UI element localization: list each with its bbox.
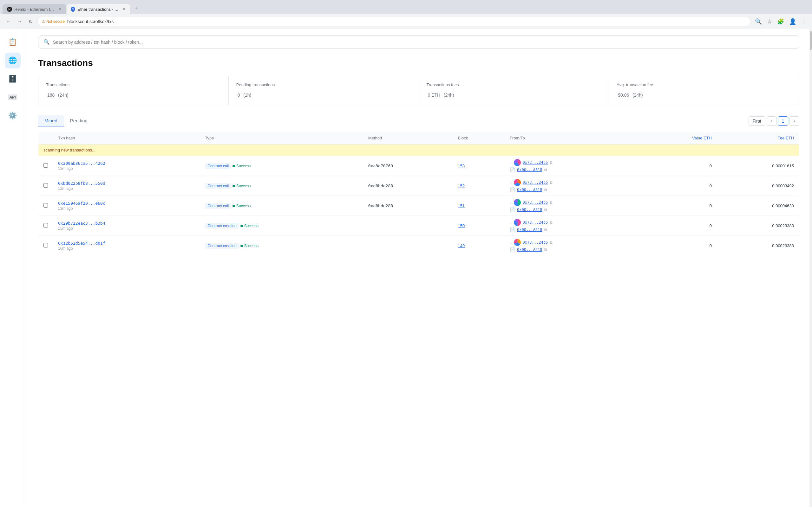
tx-hash-link-3[interactable]: 0x29b722eac3...b3b4 [58,221,105,226]
from-addr-link-4[interactable]: 0x73...24c6 [523,240,548,245]
tx-time-3: 15m ago [58,226,195,231]
to-copy-icon-1[interactable]: ⧉ [544,187,547,192]
tx-hash-link-1[interactable]: 0xbd022b8fb8...550d [58,181,105,186]
to-copy-icon-3[interactable]: ⧉ [544,228,547,232]
tab-pending[interactable]: Pending [64,115,94,126]
sidebar-item-api[interactable]: API [5,89,20,105]
row-type-cell: Contract call Success [200,156,363,176]
stat-fees: Transactions fees 0 ETH (24h) [419,76,609,105]
tab-remix[interactable]: R Remix - Ethereum IDE ✕ [3,4,66,14]
type-badge-3[interactable]: Contract creation [205,223,239,229]
from-avatar-2 [514,199,521,206]
block-link-0[interactable]: 153 [458,164,465,168]
tab-mined[interactable]: Mined [38,115,64,126]
url-bar[interactable]: ⚠ Not secure blockscout.scrollsdk/txs [37,17,751,26]
col-value-eth: Value ETH [641,132,717,145]
search-icon[interactable]: 🔍 [754,17,763,26]
to-addr-link-4[interactable]: 0x00...A318 [517,247,542,252]
tx-hash-link-4[interactable]: 0x12b52d5e54...d01f [58,241,105,245]
tab-blockscout-label: Ether transactions - Ether e... [78,7,119,12]
from-avatar-4 [514,239,521,246]
block-link-1[interactable]: 152 [458,183,465,188]
arrow-icon-4: ↓ [510,240,512,245]
type-badge-0[interactable]: Contract call [205,163,231,169]
to-addr-link-3[interactable]: 0x00...A318 [517,228,542,232]
tx-hash-link-2[interactable]: 0xe15946af20...e60c [58,201,105,206]
sidebar-item-database[interactable]: 🗄️ [5,71,20,87]
api-icon: API [8,95,17,100]
from-copy-icon-0[interactable]: ⧉ [550,160,553,165]
stat-fees-value: 0 ETH (24h) [426,90,601,99]
tab-blockscout[interactable]: M Ether transactions - Ether e... ✕ [67,4,130,14]
sidebar-item-document[interactable]: 📋 [5,34,20,50]
type-badge-1[interactable]: Contract call [205,183,231,189]
pagination: First ‹ 1 › [749,116,799,126]
scrollbar-thumb[interactable] [810,31,812,50]
row-type-cell: Contract creation Success [200,236,363,256]
to-row-3: 📄 0x00...A318 ⧉ [510,227,635,232]
doc-icon-0: 📄 [510,167,515,172]
to-row-4: 📄 0x00...A318 ⧉ [510,247,635,252]
row-checkbox-4[interactable] [44,243,48,247]
row-checkbox-2[interactable] [44,203,48,208]
from-addr-link-3[interactable]: 0x73...24c6 [523,220,548,225]
from-copy-icon-2[interactable]: ⧉ [550,200,553,205]
extensions-icon[interactable]: 🧩 [776,17,785,26]
tx-hash-link-0[interactable]: 0x209ab86ca5...4262 [58,161,105,166]
sidebar-item-settings[interactable]: ⚙️ [5,108,20,124]
stat-pending: Pending transactions 0 (1h) [229,76,419,105]
current-page-button[interactable]: 1 [778,116,789,126]
new-tab-button[interactable]: + [131,3,142,14]
block-link-2[interactable]: 151 [458,204,465,208]
row-checkbox-0[interactable] [44,163,48,168]
doc-icon-1: 📄 [510,187,515,192]
block-link-3[interactable]: 150 [458,223,465,228]
row-checkbox-cell [38,176,53,196]
table-row: 0xbd022b8fb8...550d 12m ago Contract cal… [38,176,799,196]
table-row: 0x209ab86ca5...4262 12m ago Contract cal… [38,156,799,176]
bookmark-icon[interactable]: ☆ [766,17,773,26]
sidebar-item-globe[interactable]: 🌐 [5,53,20,68]
from-addr-link-1[interactable]: 0x73...24c6 [523,180,548,185]
search-input[interactable] [53,40,794,45]
from-addr-link-2[interactable]: 0x73...24c6 [523,200,548,205]
type-badge-4[interactable]: Contract creation [205,243,239,249]
status-badge-0: Success [233,164,251,168]
tabs: Mined Pending [38,115,94,126]
doc-icon-4: 📄 [510,247,515,252]
to-copy-icon-4[interactable]: ⧉ [544,247,547,252]
from-row-2: ↓ 0x73...24c6 ⧉ [510,199,635,206]
prev-page-button[interactable]: ‹ [767,116,776,126]
from-copy-icon-1[interactable]: ⧉ [550,180,553,185]
col-from-to: From/To [505,132,641,145]
to-addr-link-0[interactable]: 0x00...A318 [517,168,542,172]
type-badge-2[interactable]: Contract call [205,203,231,209]
doc-icon-3: 📄 [510,227,515,232]
back-button[interactable]: ← [4,17,13,26]
search-bar[interactable]: 🔍 [38,36,799,49]
col-fee-eth: Fee ETH [717,132,799,145]
to-copy-icon-0[interactable]: ⧉ [544,168,547,172]
next-page-button[interactable]: › [790,116,799,126]
menu-icon[interactable]: ⋮ [800,17,808,26]
from-addr-link-0[interactable]: 0x73...24c6 [523,160,548,165]
to-addr-link-1[interactable]: 0x00...A318 [517,187,542,192]
table-row: 0x29b722eac3...b3b4 15m ago Contract cre… [38,216,799,236]
row-method-cell [363,216,453,236]
first-page-button[interactable]: First [749,116,765,126]
from-copy-icon-4[interactable]: ⧉ [550,240,553,245]
to-copy-icon-2[interactable]: ⧉ [544,208,547,212]
arrow-icon-0: ↓ [510,160,512,165]
tab-remix-close[interactable]: ✕ [58,7,61,11]
tab-blockscout-close[interactable]: ✕ [122,7,125,11]
reload-button[interactable]: ↻ [27,17,35,26]
scrollbar[interactable] [809,29,812,507]
block-link-4[interactable]: 149 [458,243,465,248]
to-addr-link-2[interactable]: 0x00...A318 [517,208,542,212]
row-checkbox-1[interactable] [44,183,48,187]
forward-button[interactable]: → [15,17,24,26]
row-checkbox-3[interactable] [44,223,48,228]
from-copy-icon-3[interactable]: ⧉ [550,220,553,225]
profile-icon[interactable]: 👤 [788,17,798,26]
row-block-cell: 149 [453,236,505,256]
